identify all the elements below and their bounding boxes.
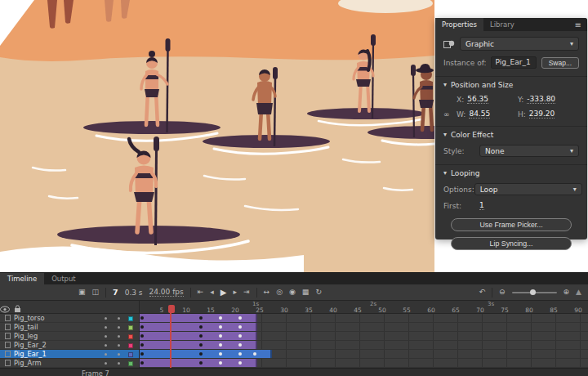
- keyframe-dot[interactable]: [253, 352, 256, 356]
- layer-frames-strip[interactable]: [140, 341, 588, 350]
- layer-visibility-dot[interactable]: [105, 344, 107, 347]
- zoom-out-icon[interactable]: ⊖: [499, 289, 506, 296]
- swap-button[interactable]: Swap...: [541, 57, 579, 69]
- section-looping[interactable]: ▾ Looping: [435, 164, 587, 177]
- layer-row[interactable]: Pig_torso: [0, 314, 139, 323]
- tab-output[interactable]: Output: [44, 273, 83, 284]
- layer-lock-dot[interactable]: [118, 353, 120, 356]
- keyframe-dot[interactable]: [199, 334, 203, 338]
- tab-timeline[interactable]: Timeline: [0, 273, 44, 284]
- tab-library[interactable]: Library: [483, 18, 521, 31]
- keyframe-dot[interactable]: [238, 352, 242, 356]
- layer-row[interactable]: Pig_Ear_2: [0, 341, 139, 350]
- layer-name[interactable]: Pig_Ear_1: [14, 350, 47, 358]
- keyframe-dot[interactable]: [140, 334, 144, 338]
- play-button[interactable]: ▶: [220, 289, 227, 297]
- keyframe-dot[interactable]: [199, 343, 203, 347]
- center-playhead-button[interactable]: ↔: [264, 289, 270, 296]
- layer-lock-dot[interactable]: [118, 317, 120, 320]
- h-value[interactable]: 239.20: [529, 110, 555, 119]
- keyframe-dot[interactable]: [140, 361, 144, 365]
- layer-visibility-dot[interactable]: [105, 326, 107, 329]
- keyframe-dot[interactable]: [219, 334, 222, 338]
- keyframe-dot[interactable]: [238, 316, 242, 320]
- layer-frames-strip[interactable]: [140, 332, 588, 341]
- keyframe-dot[interactable]: [140, 325, 144, 329]
- keyframe-dot[interactable]: [238, 325, 242, 329]
- w-value[interactable]: 84.55: [469, 110, 490, 119]
- layer-name[interactable]: Pig_torso: [14, 314, 45, 322]
- zoom-in-icon[interactable]: ⊕: [564, 289, 570, 296]
- keyframe-dot[interactable]: [219, 361, 222, 365]
- keyframe-dot[interactable]: [199, 316, 203, 320]
- section-position-size[interactable]: ▾ Position and Size: [435, 76, 587, 89]
- looping-options-dropdown[interactable]: Loop ▾: [474, 183, 582, 195]
- keyframe-dot[interactable]: [238, 343, 242, 347]
- current-frame-indicator[interactable]: 7: [113, 288, 118, 297]
- layer-visibility-dot[interactable]: [105, 353, 107, 356]
- layer-frames-strip[interactable]: [140, 323, 588, 332]
- layer-name[interactable]: Pig_Ear_2: [14, 341, 47, 349]
- section-color-effect[interactable]: ▾ Color Effect: [435, 126, 587, 139]
- layer-visibility-dot[interactable]: [105, 335, 107, 338]
- keyframe-dot[interactable]: [140, 316, 144, 320]
- keyframe-dot[interactable]: [219, 352, 222, 356]
- goto-last-frame-button[interactable]: ⇥: [243, 289, 250, 296]
- collapse-icon[interactable]: ▲: [576, 289, 581, 296]
- layer-lock-dot[interactable]: [118, 326, 120, 329]
- keyframe-dot[interactable]: [140, 352, 144, 356]
- layer-lock-dot[interactable]: [118, 335, 120, 338]
- timeline-ruler[interactable]: 1s2s3s 510152025303540455055606570758085…: [140, 301, 588, 314]
- keyframe-dot[interactable]: [219, 325, 222, 329]
- camera-icon[interactable]: ▣: [78, 289, 86, 296]
- x-value[interactable]: 56.35: [467, 95, 488, 104]
- keyframe-dot[interactable]: [219, 343, 222, 347]
- layer-row[interactable]: Pig_leg: [0, 332, 139, 341]
- link-width-height-icon[interactable]: ∞: [443, 110, 457, 119]
- frame-span[interactable]: [140, 350, 272, 358]
- stage[interactable]: [0, 0, 434, 272]
- tab-properties[interactable]: Properties: [435, 18, 483, 31]
- keyframe-dot[interactable]: [140, 343, 144, 347]
- layer-name[interactable]: Pig_Arm: [14, 359, 42, 367]
- reset-zoom-icon[interactable]: ↶: [479, 289, 485, 296]
- y-value[interactable]: -333.80: [527, 95, 555, 104]
- layer-row[interactable]: Pig_tail: [0, 323, 139, 332]
- onion-outline-button[interactable]: ◉: [289, 289, 296, 296]
- keyframe-dot[interactable]: [238, 361, 242, 365]
- layer-name[interactable]: Pig_leg: [14, 332, 38, 340]
- playhead-line[interactable]: [170, 306, 172, 368]
- layer-row[interactable]: Pig_Ear_1: [0, 350, 139, 359]
- zoom-slider-thumb[interactable]: [530, 289, 536, 295]
- goto-first-frame-button[interactable]: ⇤: [198, 289, 204, 296]
- first-value[interactable]: 1: [479, 201, 484, 210]
- lock-icon[interactable]: [14, 305, 21, 313]
- keyframe-dot[interactable]: [238, 334, 242, 338]
- keyframe-dot[interactable]: [199, 361, 203, 365]
- onion-skin-button[interactable]: ◎: [276, 289, 283, 296]
- step-back-button[interactable]: ◂: [210, 289, 214, 296]
- layer-lock-dot[interactable]: [118, 362, 120, 365]
- panel-menu-icon[interactable]: ≡: [569, 18, 587, 31]
- layer-frames-strip[interactable]: [140, 314, 588, 323]
- timeline-zoom-slider[interactable]: [512, 292, 557, 293]
- layer-frames-strip[interactable]: [140, 359, 588, 368]
- keyframe-dot[interactable]: [199, 325, 203, 329]
- lip-syncing-button[interactable]: Lip Syncing...: [451, 237, 572, 250]
- layer-lock-dot[interactable]: [118, 344, 120, 347]
- layer-visibility-dot[interactable]: [105, 362, 107, 365]
- style-dropdown[interactable]: None ▾: [479, 145, 579, 157]
- show-hide-eye-icon[interactable]: [0, 306, 10, 313]
- keyframe-dot[interactable]: [219, 316, 222, 320]
- instance-name-field[interactable]: Pig_Ear_1: [491, 56, 537, 69]
- layer-frames-strip[interactable]: [140, 350, 588, 359]
- use-frame-picker-button[interactable]: Use Frame Picker...: [451, 218, 572, 231]
- frame-rate-value[interactable]: 24.00 fps: [149, 288, 184, 297]
- edit-multiple-frames-button[interactable]: ▦: [302, 289, 310, 296]
- symbol-type-dropdown[interactable]: Graphic ▾: [460, 37, 579, 51]
- keyframe-dot[interactable]: [199, 352, 203, 356]
- step-forward-button[interactable]: ▸: [234, 289, 238, 296]
- layer-name[interactable]: Pig_tail: [14, 323, 38, 331]
- loop-playback-button[interactable]: ↻: [315, 289, 322, 296]
- layer-row[interactable]: Pig_Arm: [0, 359, 139, 368]
